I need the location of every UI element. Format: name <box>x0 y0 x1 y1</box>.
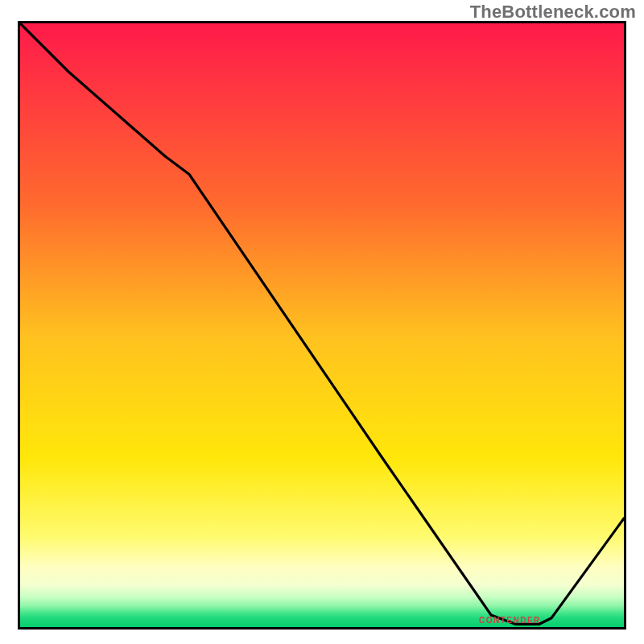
series-curve <box>20 23 624 624</box>
watermark-text: TheBottleneck.com <box>470 2 636 23</box>
chart-frame: CONTENDER <box>18 21 626 630</box>
chart-annotation: CONTENDER <box>479 616 541 625</box>
chart-line-layer <box>20 23 624 627</box>
